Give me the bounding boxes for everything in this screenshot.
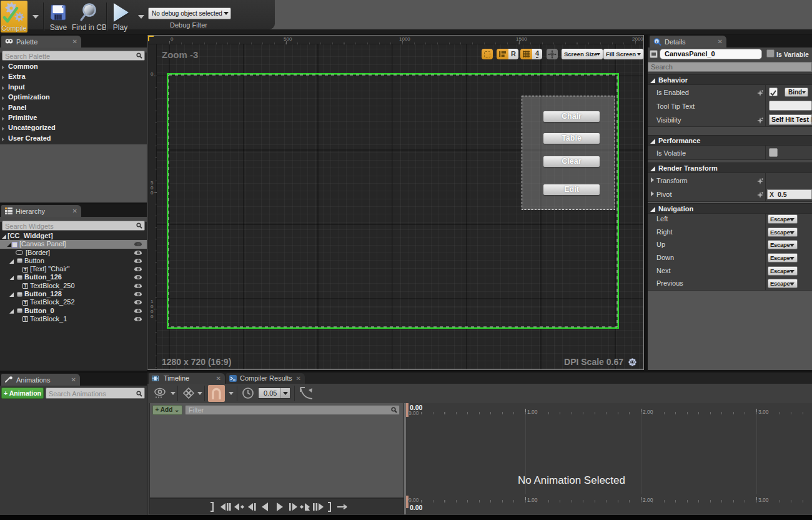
svg-text:i: i <box>656 39 658 43</box>
